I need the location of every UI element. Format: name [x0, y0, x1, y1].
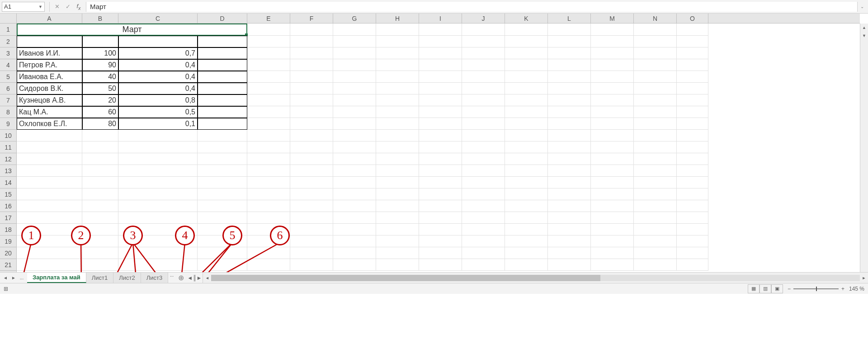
cell-N2[interactable]	[634, 36, 677, 47]
col-header-E[interactable]: E	[247, 14, 290, 23]
row-header-18[interactable]: 18	[0, 224, 16, 236]
cell-F17[interactable]	[290, 212, 333, 224]
cell-M12[interactable]	[591, 153, 634, 165]
cell-N15[interactable]	[634, 188, 677, 200]
cell-E17[interactable]	[247, 212, 290, 224]
cell-F3[interactable]	[290, 47, 333, 59]
cell-E9[interactable]	[247, 118, 290, 130]
cell-I8[interactable]	[419, 106, 462, 118]
cell-H9[interactable]	[376, 118, 419, 130]
cell-L4[interactable]	[548, 59, 591, 71]
cell-I15[interactable]	[419, 188, 462, 200]
row-header-3[interactable]: 3	[0, 47, 16, 59]
cell-N21[interactable]	[634, 259, 677, 271]
cell-J18[interactable]	[462, 224, 505, 236]
cell-L3[interactable]	[548, 47, 591, 59]
col-header-C[interactable]: C	[118, 14, 198, 23]
cell-J21[interactable]	[462, 259, 505, 271]
cell-B20[interactable]	[82, 247, 118, 259]
cell-L20[interactable]	[548, 247, 591, 259]
cell-L11[interactable]	[548, 141, 591, 153]
cell-M16[interactable]	[591, 200, 634, 212]
cell-K6[interactable]	[505, 83, 548, 94]
cell-E4[interactable]	[247, 59, 290, 71]
cell-E21[interactable]	[247, 259, 290, 271]
cell-N10[interactable]	[634, 130, 677, 141]
cell-K17[interactable]	[505, 212, 548, 224]
cell-B17[interactable]	[82, 212, 118, 224]
cell-L7[interactable]	[548, 94, 591, 106]
data-cell-C9[interactable]: 0,1	[118, 118, 198, 130]
col-header-I[interactable]: I	[419, 14, 462, 23]
cell-H8[interactable]	[376, 106, 419, 118]
cell-H16[interactable]	[376, 200, 419, 212]
cell-A14[interactable]	[17, 177, 82, 188]
scroll-right-icon[interactable]: ►	[860, 276, 868, 280]
cell-N4[interactable]	[634, 59, 677, 71]
cell-N13[interactable]	[634, 165, 677, 177]
cell-K21[interactable]	[505, 259, 548, 271]
name-box[interactable]: A1 ▼	[2, 2, 45, 12]
view-page-icon[interactable]: ▥	[760, 284, 771, 293]
cell-G19[interactable]	[333, 236, 376, 247]
data-cell-C3[interactable]: 0,7	[118, 47, 198, 59]
cell-A17[interactable]	[17, 212, 82, 224]
cell-C14[interactable]	[118, 177, 198, 188]
cell-F15[interactable]	[290, 188, 333, 200]
cell-E8[interactable]	[247, 106, 290, 118]
scroll-down-icon[interactable]: ▼	[860, 32, 868, 40]
cell-L2[interactable]	[548, 36, 591, 47]
row-header-10[interactable]: 10	[0, 130, 16, 141]
cell-K13[interactable]	[505, 165, 548, 177]
data-cell-C2[interactable]	[118, 36, 198, 47]
cell-M3[interactable]	[591, 47, 634, 59]
zoom-out-icon[interactable]: −	[788, 286, 791, 292]
cell-D21[interactable]	[198, 259, 247, 271]
cell-O1[interactable]	[677, 24, 708, 36]
accept-icon[interactable]: ✓	[63, 3, 72, 10]
data-cell-B2[interactable]	[82, 36, 118, 47]
cell-O8[interactable]	[677, 106, 708, 118]
col-header-B[interactable]: B	[82, 14, 118, 23]
cell-J5[interactable]	[462, 71, 505, 83]
cell-F7[interactable]	[290, 94, 333, 106]
select-all-corner[interactable]	[0, 14, 17, 24]
cell-C13[interactable]	[118, 165, 198, 177]
row-header-19[interactable]: 19	[0, 236, 16, 247]
cell-N8[interactable]	[634, 106, 677, 118]
cell-J11[interactable]	[462, 141, 505, 153]
cell-A10[interactable]	[17, 130, 82, 141]
cell-O9[interactable]	[677, 118, 708, 130]
cell-E16[interactable]	[247, 200, 290, 212]
cell-I3[interactable]	[419, 47, 462, 59]
col-header-D[interactable]: D	[198, 14, 247, 23]
cell-M17[interactable]	[591, 212, 634, 224]
row-header-1[interactable]: 1	[0, 24, 16, 36]
col-header-J[interactable]: J	[462, 14, 505, 23]
cell-B21[interactable]	[82, 259, 118, 271]
cell-B15[interactable]	[82, 188, 118, 200]
col-header-K[interactable]: K	[505, 14, 548, 23]
cell-I11[interactable]	[419, 141, 462, 153]
cell-H15[interactable]	[376, 188, 419, 200]
cell-O4[interactable]	[677, 59, 708, 71]
cell-G8[interactable]	[333, 106, 376, 118]
cell-E3[interactable]	[247, 47, 290, 59]
cell-K5[interactable]	[505, 71, 548, 83]
cell-F2[interactable]	[290, 36, 333, 47]
cell-D12[interactable]	[198, 153, 247, 165]
cell-E13[interactable]	[247, 165, 290, 177]
cell-H5[interactable]	[376, 71, 419, 83]
zoom-in-icon[interactable]: +	[841, 286, 844, 292]
cell-H13[interactable]	[376, 165, 419, 177]
cell-K15[interactable]	[505, 188, 548, 200]
cell-A16[interactable]	[17, 200, 82, 212]
cell-K19[interactable]	[505, 236, 548, 247]
cell-E5[interactable]	[247, 71, 290, 83]
cell-H14[interactable]	[376, 177, 419, 188]
cell-I2[interactable]	[419, 36, 462, 47]
col-header-O[interactable]: O	[677, 14, 708, 23]
cell-O20[interactable]	[677, 247, 708, 259]
cell-E1[interactable]	[247, 24, 290, 36]
cell-B16[interactable]	[82, 200, 118, 212]
